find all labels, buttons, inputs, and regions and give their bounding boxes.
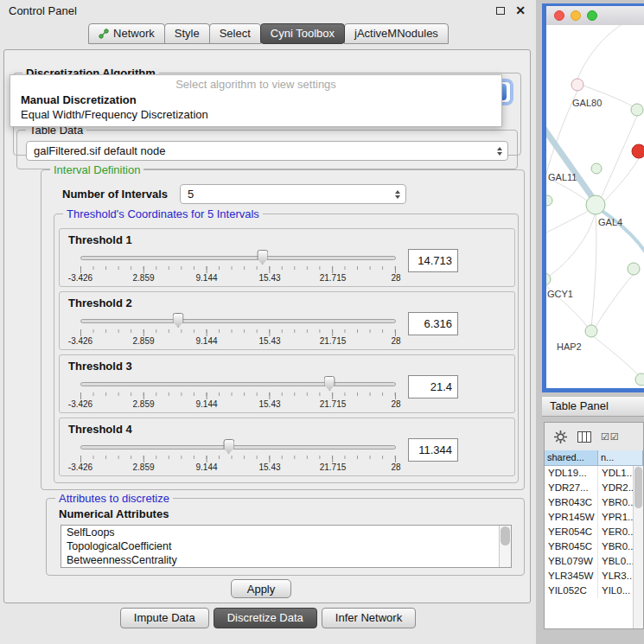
cyni-bottom-tabs: Impute Data Discretize Data Infer Networ… [0, 608, 536, 628]
scale-label: 28 [391, 399, 400, 409]
list-item-betweennesscentrality[interactable]: BetweennessCentrality [61, 553, 511, 567]
list-scrollbar[interactable] [499, 526, 511, 567]
scrollbar-thumb[interactable] [501, 526, 510, 545]
network-window-titlebar[interactable] [546, 6, 644, 25]
tab-label: Network [113, 27, 155, 40]
scale-label: 15.43 [258, 462, 280, 472]
threshold-1-value[interactable]: 14.713 [408, 249, 458, 272]
threshold-1-slider[interactable]: -3.4262.8599.14415.4321.71528 [80, 249, 396, 285]
slider-rail [80, 445, 396, 450]
node-table: shared... n... YDL19...YDL1...YDR27...YD… [545, 450, 643, 628]
slider-scale: -3.4262.8599.14415.4321.71528 [80, 399, 396, 410]
threshold-4-value[interactable]: 11.344 [408, 438, 458, 462]
tab-network[interactable]: Network [88, 23, 165, 44]
cell-shared-name: YER054C [545, 525, 598, 539]
list-item-topologicalcoefficient[interactable]: TopologicalCoefficient [61, 539, 511, 553]
table-panel-title: Table Panel [550, 399, 609, 412]
combo-arrows-icon [395, 190, 402, 199]
minimize-traffic-light[interactable] [571, 10, 581, 21]
column-header-shared-name[interactable]: shared... [545, 450, 598, 466]
scrollbar-thumb[interactable] [634, 467, 642, 508]
cell-shared-name: YPR145W [545, 510, 598, 525]
algorithm-dropdown: Select algorithm to view settings Manual… [10, 74, 502, 127]
threshold-4-slider[interactable]: -3.4262.8599.14415.4321.71528 [80, 438, 396, 475]
table-panel-header[interactable]: Table Panel [542, 396, 644, 417]
cell-shared-name: YBL079W [545, 554, 598, 569]
threshold-1-label: Threshold 1 [68, 233, 132, 246]
scale-label: 2.859 [132, 399, 154, 409]
cyni-toolbox-panel: Discretization Algorithm Select algorith… [3, 49, 531, 603]
tab-label: Style [175, 27, 200, 40]
threshold-2-slider[interactable]: -3.4262.8599.14415.4321.71528 [80, 312, 396, 348]
table-data-select-value: galFiltered.sif default node [34, 144, 165, 157]
window-title: Control Panel [9, 4, 77, 17]
number-of-intervals-label: Number of Intervals [62, 188, 168, 201]
table-row[interactable]: YBR043CYBR0... [545, 495, 643, 510]
threshold-3-slider[interactable]: -3.4262.8599.14415.4321.71528 [80, 375, 396, 411]
table-row[interactable]: YBR045CYBR0... [545, 539, 643, 554]
threshold-2-label: Threshold 2 [68, 296, 132, 309]
numerical-attributes-list: SelfLoops TopologicalCoefficient Between… [61, 525, 512, 568]
table-row[interactable]: YBL079WYBL0... [545, 554, 643, 569]
slider-ticks [80, 392, 396, 399]
table-data-select[interactable]: galFiltered.sif default node [26, 141, 508, 161]
number-of-intervals-select[interactable]: 5 [180, 184, 406, 204]
slider-thumb[interactable] [257, 250, 268, 265]
slider-ticks [80, 266, 396, 273]
table-row[interactable]: YDL19...YDL1... [545, 466, 643, 481]
node-label-hap2[interactable]: HAP2 [557, 341, 582, 352]
threshold-1-panel: Threshold 1 -3.4262.8599.14415.4321.7152… [59, 228, 515, 287]
table-row[interactable]: YDR27...YDR2... [545, 481, 643, 495]
dropdown-option-manual-discretization[interactable]: Manual Discretization [10, 92, 501, 107]
slider-thumb[interactable] [223, 439, 234, 454]
list-item-selfloops[interactable]: SelfLoops [61, 526, 511, 539]
tab-impute-data[interactable]: Impute Data [120, 608, 209, 628]
scale-label: 28 [391, 462, 400, 472]
table-row[interactable]: YIL052CYIL0... [545, 583, 643, 598]
node-label-gal4[interactable]: GAL4 [598, 217, 622, 227]
scale-label: 9.144 [195, 273, 217, 283]
tab-discretize-data[interactable]: Discretize Data [214, 608, 317, 628]
table-row[interactable]: YLR345WYLR3... [545, 569, 643, 583]
threshold-2-value[interactable]: 6.316 [408, 312, 458, 335]
node-label-gcy1[interactable]: GCY1 [547, 289, 573, 299]
column-header-name[interactable]: n... [598, 450, 643, 466]
tab-infer-network[interactable]: Infer Network [322, 608, 416, 628]
cell-shared-name: YDL19... [545, 466, 598, 481]
scale-label: -3.426 [68, 273, 92, 283]
row-selection-icons[interactable]: ☑☑ [601, 432, 620, 442]
close-traffic-light[interactable] [554, 10, 564, 21]
apply-button[interactable]: Apply [231, 579, 291, 598]
tab-cyni-toolbox[interactable]: Cyni Toolbox [260, 23, 345, 44]
select-columns-icon[interactable] [577, 431, 591, 443]
node-label-gal11[interactable]: GAL11 [548, 172, 577, 182]
tab-jactivemnodules[interactable]: jActiveMNodules [344, 23, 449, 44]
threshold-3-value[interactable]: 21.4 [408, 375, 458, 399]
float-window-icon[interactable] [496, 7, 505, 15]
gear-icon[interactable] [553, 430, 568, 444]
slider-thumb[interactable] [173, 313, 184, 328]
cell-shared-name: YDR27... [545, 481, 598, 495]
table-scrollbar[interactable] [633, 466, 643, 628]
table-row[interactable]: YPR145WYPR1... [545, 510, 643, 525]
scale-label: 28 [391, 336, 400, 346]
combo-arrows-icon [497, 147, 504, 156]
slider-scale: -3.4262.8599.14415.4321.71528 [80, 336, 396, 347]
scale-label: 2.859 [132, 462, 154, 472]
table-row[interactable]: YER054CYER0... [545, 525, 643, 539]
table-rows: YDL19...YDL1...YDR27...YDR2...YBR043CYBR… [545, 466, 643, 598]
dropdown-option-equal-width-frequency[interactable]: Equal Width/Frequency Discretization [10, 107, 501, 122]
tab-style[interactable]: Style [164, 23, 210, 44]
dropdown-prompt: Select algorithm to view settings [10, 75, 501, 92]
scale-label: 15.43 [258, 399, 280, 409]
scale-label: -3.426 [68, 399, 92, 409]
slider-thumb[interactable] [324, 376, 335, 391]
zoom-traffic-light[interactable] [587, 10, 597, 21]
control-panel-titlebar: Control Panel ✕ [0, 0, 536, 21]
tab-select[interactable]: Select [209, 23, 261, 44]
scale-label: 15.43 [258, 273, 280, 283]
node-label-gal80[interactable]: GAL80 [572, 98, 602, 108]
slider-rail [80, 319, 396, 323]
network-canvas[interactable]: GAL80 GAL11 GAL4 GCY1 HAP2 [546, 25, 644, 388]
close-icon[interactable]: ✕ [515, 4, 526, 16]
